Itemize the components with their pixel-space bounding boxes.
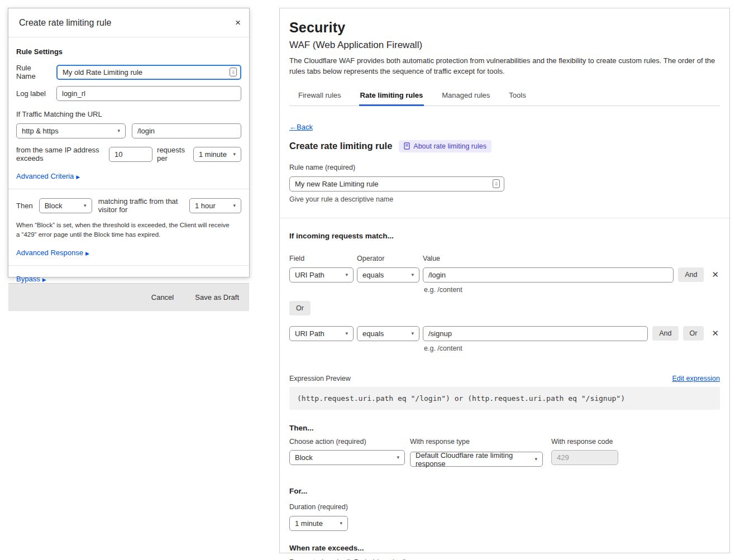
autofill-extension-icon[interactable]: ⇩	[493, 179, 500, 188]
about-rate-limiting-rules-badge[interactable]: About rate limiting rules	[399, 140, 491, 152]
advanced-criteria-link[interactable]: Advanced Criteria▶	[16, 172, 80, 180]
divider	[8, 265, 249, 266]
waf-tabs: Firewall rules Rate limiting rules Manag…	[289, 88, 720, 106]
close-icon[interactable]: ×	[235, 18, 241, 27]
threshold-prefix-text: from the same IP address exceeds	[16, 146, 104, 162]
rule-name-input[interactable]	[56, 65, 241, 80]
chevron-down-icon: ▾	[84, 203, 87, 208]
chevron-down-icon: ▾	[411, 331, 414, 336]
chevron-down-icon: ▾	[233, 203, 236, 208]
threshold-mid-text: requests per	[157, 146, 189, 162]
threshold-row: from the same IP address exceeds request…	[16, 146, 241, 162]
chevron-down-icon: ▾	[340, 521, 342, 526]
triangle-right-icon: ▶	[76, 174, 80, 180]
then-label: Then	[16, 202, 33, 210]
field-select[interactable]: URI Path ▾	[289, 267, 354, 283]
for-section-heading: For...	[289, 487, 720, 495]
form-title: Create rate limiting rule	[289, 141, 392, 151]
triangle-right-icon: ▶	[85, 251, 89, 256]
duration-select[interactable]: 1 minute ▾	[289, 516, 348, 531]
back-link[interactable]: ←Back	[289, 123, 313, 131]
value-input[interactable]	[423, 267, 674, 283]
rule-name-label: Rule name (required)	[289, 164, 355, 171]
create-rate-limiting-rule-modal: Create rate limiting rule × Rule Setting…	[8, 8, 250, 277]
security-waf-panel: Security WAF (Web Application Firewall) …	[279, 8, 730, 553]
url-input[interactable]	[132, 123, 241, 138]
response-code-label: With response code	[551, 438, 618, 446]
then-section-heading: Then...	[289, 424, 720, 432]
duration-label: Duration (required)	[289, 503, 348, 511]
operator-select[interactable]: equals ▾	[357, 326, 419, 341]
advanced-response-link[interactable]: Advanced Response▶	[16, 248, 89, 257]
divider	[280, 218, 729, 218]
traffic-match-label: If Traffic Matching the URL	[16, 110, 241, 118]
period-select[interactable]: 1 minute ▾	[193, 147, 241, 162]
scheme-select[interactable]: http & https ▾	[16, 123, 126, 138]
chevron-down-icon: ▾	[397, 455, 399, 460]
expression-preview-label: Expression Preview	[289, 375, 351, 382]
response-type-select[interactable]: Default Cloudflare rate limiting respons…	[410, 452, 543, 467]
modal-body: Rule Settings Rule Name ⇩ Log label If T…	[8, 37, 249, 283]
modal-footer: Cancel Save as Draft	[8, 283, 249, 311]
match-section-heading: If incoming requests match...	[289, 232, 720, 240]
edit-expression-link[interactable]: Edit expression	[672, 375, 720, 382]
action-select[interactable]: Block ▾	[39, 198, 92, 213]
divider	[8, 189, 249, 189]
modal-title: Create rate limiting rule	[19, 18, 111, 28]
field-select[interactable]: URI Path ▾	[289, 326, 354, 341]
tab-firewall-rules[interactable]: Firewall rules	[297, 88, 342, 106]
value-helper: e.g. /content	[424, 286, 720, 294]
value-column-label: Value	[423, 255, 440, 262]
url-match-row: http & https ▾	[16, 123, 241, 138]
bypass-link[interactable]: Bypass▶	[16, 275, 46, 283]
chevron-down-icon: ▾	[411, 272, 414, 277]
remove-row-icon[interactable]: ✕	[710, 270, 720, 280]
rate-section-heading: When rate exceeds...	[289, 544, 720, 552]
page-description: The Cloudflare WAF provides both automat…	[289, 56, 720, 77]
chevron-down-icon: ▾	[345, 272, 348, 277]
tab-tools[interactable]: Tools	[508, 88, 527, 106]
rule-name-helper: Give your rule a descriptive name	[289, 195, 720, 203]
cancel-button[interactable]: Cancel	[151, 293, 174, 301]
tab-rate-limiting-rules[interactable]: Rate limiting rules	[359, 88, 424, 106]
save-as-draft-button[interactable]: Save as Draft	[195, 293, 239, 301]
log-label-input[interactable]	[56, 86, 241, 101]
page-title: Security	[289, 20, 720, 36]
log-label-row: Log label	[16, 86, 241, 101]
rule-name-row: Rule Name ⇩	[16, 64, 241, 80]
rule-name-input[interactable]	[289, 176, 504, 192]
and-connector-button[interactable]: And	[678, 267, 704, 282]
rule-name-label: Rule Name	[16, 64, 52, 80]
response-code-input	[551, 450, 618, 465]
block-note-text: When “Block” is set, when the threshold …	[16, 221, 233, 239]
choose-action-label: Choose action (required)	[289, 438, 405, 446]
chevron-down-icon: ▾	[233, 152, 236, 157]
and-connector-button[interactable]: And	[652, 326, 678, 341]
value-helper: e.g. /content	[424, 344, 720, 352]
match-row: URI Path ▾ equals ▾ And Or ✕	[289, 326, 720, 341]
operator-column-label: Operator	[357, 255, 419, 262]
value-input[interactable]	[423, 326, 648, 341]
or-connector-button[interactable]: Or	[683, 326, 704, 341]
field-column-label: Field	[289, 255, 354, 262]
log-label-label: Log label	[16, 89, 52, 98]
or-connector-button[interactable]: Or	[289, 301, 311, 315]
tab-managed-rules[interactable]: Managed rules	[441, 88, 491, 106]
modal-header: Create rate limiting rule ×	[8, 8, 249, 37]
rule-settings-heading: Rule Settings	[16, 47, 241, 56]
chevron-down-icon: ▾	[117, 128, 120, 133]
action-select[interactable]: Block ▾	[289, 450, 405, 465]
chevron-down-icon: ▾	[345, 331, 348, 336]
expression-preview-code: (http.request.uri.path eq "/login") or (…	[289, 387, 720, 410]
block-duration-select[interactable]: 1 hour ▾	[189, 198, 241, 213]
chevron-down-icon: ▾	[534, 457, 537, 462]
then-row: Then Block ▾ matching traffic from that …	[16, 197, 241, 214]
match-row: URI Path ▾ equals ▾ And ✕	[289, 267, 720, 283]
document-icon	[404, 142, 410, 150]
threshold-input[interactable]	[109, 147, 152, 162]
response-type-label: With response type	[410, 438, 543, 446]
operator-select[interactable]: equals ▾	[357, 267, 419, 283]
autofill-extension-icon[interactable]: ⇩	[230, 68, 237, 76]
remove-row-icon[interactable]: ✕	[710, 328, 720, 338]
page-subtitle: WAF (Web Application Firewall)	[289, 40, 720, 51]
